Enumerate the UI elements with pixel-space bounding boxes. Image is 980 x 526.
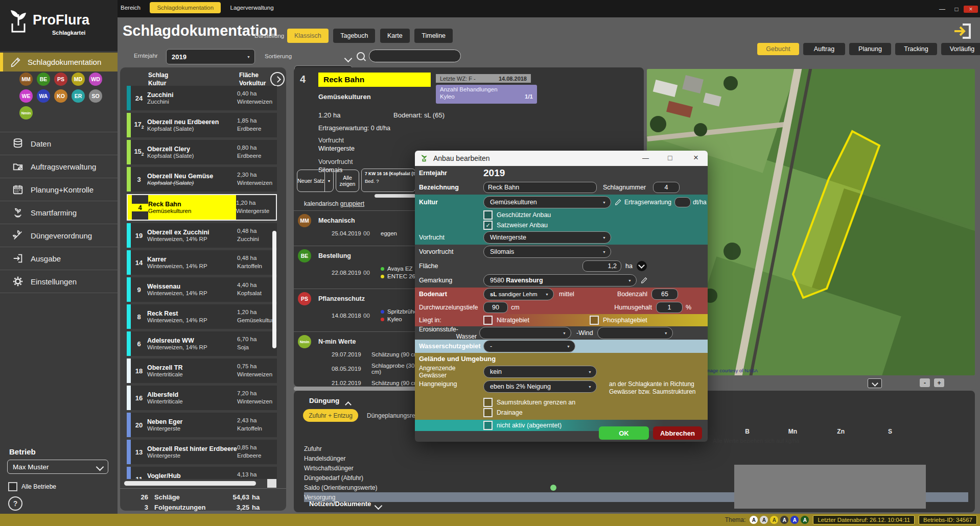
- timeline-entry[interactable]: 22.08.2019 00 Avaya EZ: [294, 266, 423, 279]
- saumstrukturen-option[interactable]: Saumstrukturen grenzen an: [415, 398, 708, 407]
- sidebar-item-schlagdokumentation[interactable]: Schlagdokumentation: [0, 53, 118, 71]
- list-item[interactable]: 3 Oberzell Neu Gemüse Kopfsalat (Salate)…: [127, 167, 277, 192]
- view-tab[interactable]: Klassisch: [287, 29, 329, 43]
- durchwurzelung-input[interactable]: 90: [483, 302, 508, 313]
- category-badge[interactable]: WD: [89, 73, 102, 86]
- alle-betriebe-checkbox[interactable]: [8, 482, 17, 491]
- status-filter-button[interactable]: Tracking: [895, 43, 937, 55]
- schlagnummer-input[interactable]: 4: [653, 182, 680, 193]
- status-filter-button[interactable]: Planung: [849, 43, 891, 55]
- timeline-entry[interactable]: 14.08.2018 00 Spritzbrühe: [294, 308, 423, 322]
- erosion-wind-select[interactable]: [597, 327, 673, 339]
- gruppiert-link[interactable]: gruppiert: [340, 200, 364, 207]
- list-item[interactable]: 4 Reck Bahn Gemüsekulturen 1,20 haWinter…: [127, 194, 277, 221]
- timeline-entry[interactable]: 08.05.2019 Schlagprobe (30 cm): [294, 363, 423, 375]
- list-item[interactable]: 19 Oberzell ex Zucchini Winterweizen, 14…: [127, 223, 277, 248]
- neuer-satz-button[interactable]: Neuer Satz ▼: [297, 170, 334, 192]
- list-item[interactable]: 24 Zucchini Zucchini 0,40 haWinterweizen: [127, 86, 277, 110]
- maximize-icon[interactable]: □: [949, 6, 964, 13]
- category-badge[interactable]: SO: [89, 89, 102, 103]
- list-item[interactable]: 8 Reck Rest Winterweizen, 14% RP 1,20 ha…: [127, 304, 277, 329]
- sidebar-item-planung-kontrolle[interactable]: Planung+Kontrolle: [0, 178, 118, 201]
- bodenart-select[interactable]: sL sandiger Lehm: [483, 288, 554, 300]
- category-badge[interactable]: Nmin: [19, 106, 33, 119]
- sidebar-item-daten[interactable]: Daten: [0, 132, 118, 155]
- category-badge[interactable]: ER: [72, 89, 85, 103]
- wasserschutz-select[interactable]: -: [483, 340, 575, 352]
- sidebar-item-duengeverordnung[interactable]: Düngeverordnung: [0, 224, 118, 247]
- status-filter-button[interactable]: Vorläufig: [941, 43, 980, 55]
- alle-betriebe-option[interactable]: Alle Betriebe: [8, 482, 56, 491]
- humusgehalt-input[interactable]: 1: [656, 302, 683, 313]
- gemarkung-select[interactable]: 9580 Ravensburg: [483, 274, 637, 286]
- view-tab[interactable]: Karte: [380, 29, 410, 43]
- flaeche-expand-button[interactable]: [637, 261, 647, 271]
- neuer-satz-dropdown[interactable]: ▼: [324, 170, 333, 192]
- view-tab[interactable]: Timeline: [414, 29, 453, 43]
- cancel-button[interactable]: Abbrechen: [653, 426, 702, 440]
- list-item[interactable]: 16 Albersfeld Wintertriticale 7,20 haWin…: [127, 386, 277, 410]
- saumstrukturen-checkbox[interactable]: [483, 398, 493, 407]
- erntejahr-select[interactable]: 2019: [166, 49, 255, 64]
- list-item[interactable]: 18 Oberzell TR Wintertriticale 0,75 haWi…: [127, 358, 277, 383]
- status-filter-button[interactable]: Auftrag: [803, 43, 845, 55]
- hangneigung-select[interactable]: eben bis 2% Neigung: [483, 380, 597, 393]
- geschuetzter-anbau-checkbox[interactable]: [483, 210, 493, 220]
- sidebar-item-einstellungen[interactable]: Einstellungen: [0, 270, 118, 293]
- nitratgebiet-checkbox[interactable]: [483, 316, 493, 325]
- list-item[interactable]: 172 Oberzell neu Erdbeeren Kopfsalat (Sa…: [127, 113, 277, 137]
- alle-zeigen-button[interactable]: Alle zeigen: [336, 170, 359, 192]
- thema-badge[interactable]: A: [770, 516, 778, 524]
- erosion-wasser-select[interactable]: [479, 327, 571, 339]
- gewaesser-select[interactable]: kein: [483, 366, 597, 378]
- satzweiser-anbau-checkbox[interactable]: [483, 221, 493, 230]
- category-badge[interactable]: WE: [19, 89, 33, 103]
- list-item[interactable]: 14 Karrer Winterweizen, 14% RP 0,48 haKa…: [127, 250, 277, 275]
- drainage-checkbox[interactable]: [483, 408, 493, 417]
- satz-card[interactable]: 7 KW 16 16 (Kopfsalat (Sal Bed. ?: [361, 169, 415, 192]
- bezeichnung-input[interactable]: Reck Bahn: [483, 182, 597, 193]
- dialog-close-icon[interactable]: ×: [693, 153, 698, 163]
- ertrag-input[interactable]: [674, 197, 691, 207]
- nicht-aktiv-checkbox[interactable]: [483, 421, 493, 430]
- category-badge[interactable]: PS: [54, 73, 67, 86]
- thema-badge[interactable]: A: [780, 516, 788, 524]
- map-zoom-in-button[interactable]: +: [934, 378, 944, 387]
- ok-button[interactable]: OK: [599, 426, 649, 440]
- horizontal-scrollbar[interactable]: [124, 481, 256, 486]
- bodenzahl-input[interactable]: 65: [651, 289, 678, 300]
- geschuetzter-anbau-option[interactable]: Geschützter Anbau: [415, 210, 708, 220]
- list-item[interactable]: 13 Oberzell Rest hinter Erdbeere Winterg…: [127, 440, 277, 464]
- category-badge[interactable]: MD: [72, 73, 85, 86]
- expand-list-button[interactable]: [270, 72, 285, 86]
- list-item[interactable]: 11 Vogler/Hub Wintergerste 4,13 haWinter…: [127, 467, 277, 479]
- dialog-maximize-icon[interactable]: □: [668, 154, 672, 162]
- sidebar-item-auftragsverwaltung[interactable]: Auftragsverwaltung: [0, 155, 118, 178]
- sidebar-item-smartfarming[interactable]: Smartfarming: [0, 201, 118, 224]
- detail-schlag-name[interactable]: Reck Bahn: [318, 73, 431, 87]
- grouping-toggle[interactable]: kalendarisch gruppiert: [304, 200, 364, 207]
- vorfrucht-select[interactable]: Wintergerste: [483, 231, 611, 244]
- dialog-title-bar[interactable]: Anbau bearbeiten — □ ×: [415, 151, 708, 166]
- kultur-select[interactable]: Gemüsekulturen: [483, 196, 611, 208]
- category-badge[interactable]: MM: [19, 73, 33, 86]
- category-badge[interactable]: KO: [54, 89, 67, 103]
- view-tab[interactable]: Tagebuch: [333, 29, 375, 43]
- close-icon[interactable]: ×: [964, 6, 978, 13]
- sort-direction-button[interactable]: [345, 54, 351, 63]
- vertical-scrollbar[interactable]: [272, 231, 276, 348]
- vorvorfrucht-select[interactable]: Silomais: [483, 246, 611, 258]
- timeline-entry[interactable]: 21.02.2019 Schätzung (90 cm): [294, 380, 423, 386]
- satzweiser-anbau-option[interactable]: Satzweiser Anbau: [415, 220, 708, 230]
- list-item[interactable]: 20 Neben Eger Wintergerste 2,43 haKartof…: [127, 413, 277, 437]
- list-item[interactable]: 9 Weissenau Winterweizen, 14% RP 4,40 ha…: [127, 277, 277, 302]
- thema-badge[interactable]: A: [790, 516, 799, 524]
- category-badge[interactable]: WA: [37, 89, 50, 103]
- timeline-entry[interactable]: 29.07.2019 Schätzung (90 cm): [294, 351, 423, 357]
- status-filter-button[interactable]: Gebucht: [757, 43, 799, 55]
- thema-badge[interactable]: A: [760, 516, 768, 524]
- map-layer-select[interactable]: [868, 378, 882, 388]
- list-item[interactable]: 6 Adelsreute WW Winterweizen, 14% RP 6,7…: [127, 331, 277, 356]
- top-tab[interactable]: Bereich: [113, 2, 148, 13]
- drainage-option[interactable]: Drainage: [415, 408, 708, 417]
